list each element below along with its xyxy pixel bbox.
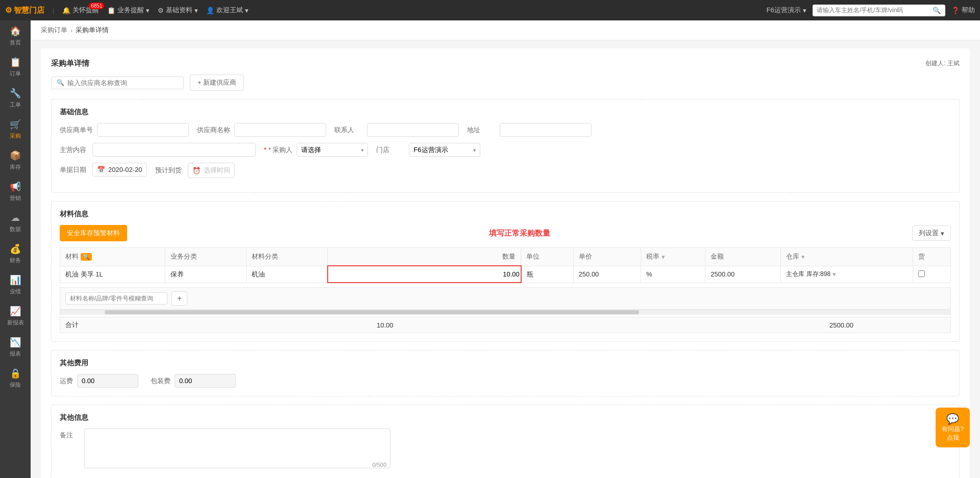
sidebar-item-finance[interactable]: 💰 财务 <box>0 238 31 269</box>
warehouse-chevron-icon[interactable]: ▾ <box>832 270 836 278</box>
other-fees-title: 其他费用 <box>60 359 951 368</box>
sidebar-label-performance: 业绩 <box>10 288 21 295</box>
warehouse-sort-icon: ▾ <box>801 253 805 261</box>
sidebar-item-data[interactable]: ☁ 数据 <box>0 207 31 238</box>
qty-input[interactable] <box>329 270 520 278</box>
date-label: 单据日期 <box>60 165 88 174</box>
chevron-down-icon2: ▾ <box>194 7 198 14</box>
td-material-name: 机油 美孚 1L <box>60 266 165 283</box>
sidebar-item-purchase[interactable]: 🛒 采购 <box>0 114 31 145</box>
supplier-name-input[interactable] <box>234 123 326 137</box>
address-label: 地址 <box>467 125 496 135</box>
search-small-icon: 🔍 <box>57 79 64 86</box>
supplier-no-field: 供应商单号 <box>60 123 189 137</box>
purchase-icon: 🛒 <box>10 119 21 130</box>
date-picker[interactable]: 📅 2020-02-20 <box>92 163 147 177</box>
breadcrumb-current: 采购单详情 <box>76 26 109 35</box>
creator-info: 创建人: 王斌 <box>925 59 960 68</box>
materials-actions: 安全库存预警材料 填写正常采购数量 列设置 ▾ <box>60 225 951 241</box>
th-qty: 数量 <box>328 248 521 266</box>
help-button[interactable]: ❓ 帮助 <box>951 6 975 15</box>
sidebar-item-report[interactable]: 📉 报表 <box>0 332 31 363</box>
basic-info-row3: 单据日期 📅 2020-02-20 预计到货 ⏰ 选择时间 <box>60 163 951 178</box>
search-in-table-icon[interactable]: 🔍 <box>81 253 92 261</box>
contact-field: 联系人 <box>334 123 459 137</box>
content-area: 采购订单 › 采购单详情 采购单详情 创建人: 王斌 🔍 + 新建供 <box>31 20 980 478</box>
data-icon: ☁ <box>11 212 20 223</box>
new-report-icon: 📈 <box>10 306 21 317</box>
table-row: 机油 美孚 1L 保养 机油 瓶 250.00 % <box>60 266 951 283</box>
date-field: 单据日期 📅 2020-02-20 <box>60 163 147 177</box>
sidebar-item-insurance[interactable]: 🔒 保险 <box>0 363 31 394</box>
packaging-field: 包装费 <box>151 374 236 388</box>
store-select[interactable]: F6运营演示 <box>409 143 480 157</box>
sidebar-item-marketing[interactable]: 📢 营销 <box>0 176 31 207</box>
sidebar-item-new-report[interactable]: 📈 新报表 <box>0 300 31 332</box>
search-input[interactable] <box>813 5 928 16</box>
add-material-button[interactable]: + <box>172 291 187 306</box>
sidebar-item-performance[interactable]: 📊 业绩 <box>0 269 31 300</box>
nav-notification[interactable]: 🔔 关怀提醒 6851 <box>62 6 99 15</box>
nav-divider: | <box>53 7 54 14</box>
supplier-no-input[interactable] <box>97 123 189 137</box>
supplier-search-box: 🔍 <box>51 77 184 89</box>
supplier-no-label: 供应商单号 <box>60 125 93 135</box>
table-scrollbar[interactable] <box>60 310 951 315</box>
expected-field: 预计到货 ⏰ 选择时间 <box>155 163 235 178</box>
sidebar-item-workorder[interactable]: 🔧 工单 <box>0 83 31 114</box>
user-label: 欢迎王斌 <box>216 6 243 15</box>
calendar-icon: 📅 <box>97 166 105 173</box>
help-float-button[interactable]: 💬 有问题? 点我 <box>936 408 970 447</box>
operation-label: F6运营演示 <box>767 6 801 15</box>
packaging-input[interactable] <box>175 374 236 388</box>
th-unit: 单位 <box>521 248 573 266</box>
stock-warning-button[interactable]: 安全库存预警材料 <box>60 225 127 241</box>
sidebar-label-finance: 财务 <box>10 257 21 264</box>
expected-label: 预计到货 <box>155 166 184 175</box>
nav-right: F6运营演示 ▾ 🔍 ❓ 帮助 <box>767 5 975 16</box>
warehouse-select-wrapper: 主仓库 库存:898 ▾ <box>786 270 908 279</box>
nav-basics[interactable]: ⚙ 基础资料 ▾ <box>158 6 198 15</box>
question-icon: ❓ <box>951 7 960 14</box>
new-supplier-label: + 新建供应商 <box>198 78 236 87</box>
sidebar-item-orders[interactable]: 📋 订单 <box>0 52 31 83</box>
td-goods <box>913 266 950 283</box>
shipping-input[interactable] <box>77 374 138 388</box>
search-button[interactable]: 🔍 <box>928 5 945 16</box>
goods-checkbox[interactable] <box>918 270 925 277</box>
materials-table: 材料 🔍 业务分类 材料分类 <box>60 247 951 283</box>
sidebar-label-new-report: 新报表 <box>7 319 24 326</box>
th-material-type: 材料分类 <box>247 248 328 266</box>
page-title: 采购单详情 <box>51 59 89 68</box>
business-content-input[interactable] <box>92 143 256 157</box>
nav-business[interactable]: 📋 业务提醒 ▾ <box>107 6 150 15</box>
supplier-search-input[interactable] <box>67 79 178 87</box>
buyer-label: * * 采购人 <box>264 145 292 155</box>
sidebar-label-inventory: 库存 <box>10 163 21 171</box>
breadcrumb-parent[interactable]: 采购订单 <box>41 26 67 35</box>
basic-info-row1: 供应商单号 供应商名称 联系人 地址 <box>60 123 951 137</box>
notification-badge: 6851 <box>89 3 104 9</box>
nav-operation[interactable]: F6运营演示 ▾ <box>767 6 806 15</box>
th-goods: 货 <box>913 248 950 266</box>
business-content-label: 主营内容 <box>60 145 88 155</box>
td-business-type: 保养 <box>165 266 247 283</box>
sidebar-item-inventory[interactable]: 📦 库存 <box>0 145 31 176</box>
shipping-field: 运费 <box>60 374 138 388</box>
home-icon: 🏠 <box>10 26 21 37</box>
remark-textarea[interactable] <box>84 429 390 468</box>
breadcrumb: 采购订单 › 采购单详情 <box>31 20 980 40</box>
buyer-select[interactable]: 请选择 <box>297 143 368 157</box>
address-input[interactable] <box>500 123 592 137</box>
th-business-type: 业务分类 <box>165 248 247 266</box>
col-settings-button[interactable]: 列设置 ▾ <box>912 225 951 241</box>
inventory-icon: 📦 <box>10 150 21 161</box>
sidebar-item-home[interactable]: 🏠 首页 <box>0 20 31 52</box>
contact-input[interactable] <box>367 123 459 137</box>
total-row: 合计 10.00 2500.00 <box>60 317 951 333</box>
expected-time-picker[interactable]: ⏰ 选择时间 <box>188 163 235 178</box>
add-material-input[interactable] <box>65 292 167 305</box>
new-supplier-button[interactable]: + 新建供应商 <box>190 74 244 91</box>
chevron-down-icon: ▾ <box>146 7 150 14</box>
nav-user[interactable]: 👤 欢迎王斌 ▾ <box>206 6 249 15</box>
